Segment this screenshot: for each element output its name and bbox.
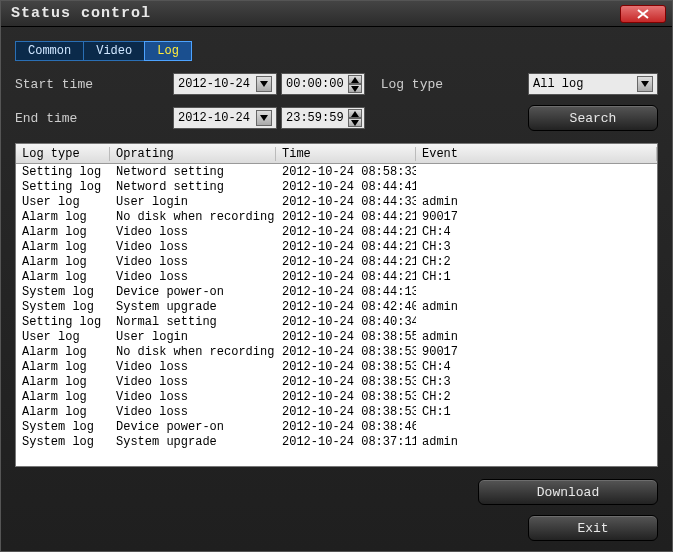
th-time[interactable]: Time	[276, 147, 416, 161]
table-row[interactable]: Setting logNetword setting2012-10-24 08:…	[16, 164, 657, 179]
table-row[interactable]: Alarm logVideo loss2012-10-24 08:44:21CH…	[16, 269, 657, 284]
spin-down-icon[interactable]	[348, 84, 362, 93]
exit-button-label: Exit	[577, 521, 608, 536]
search-button-label: Search	[570, 111, 617, 126]
cell-op: No disk when recording	[110, 210, 276, 224]
table-row[interactable]: System logSystem upgrade2012-10-24 08:37…	[16, 434, 657, 449]
cell-time: 2012-10-24 08:44:21	[276, 255, 416, 269]
th-logtype[interactable]: Log type	[16, 147, 110, 161]
cell-type: Alarm log	[16, 240, 110, 254]
cell-type: System log	[16, 285, 110, 299]
cell-op: User login	[110, 195, 276, 209]
cell-type: System log	[16, 300, 110, 314]
cell-time: 2012-10-24 08:37:11	[276, 435, 416, 449]
cell-type: System log	[16, 435, 110, 449]
th-event[interactable]: Event	[416, 147, 657, 161]
cell-time: 2012-10-24 08:38:53	[276, 345, 416, 359]
cell-time: 2012-10-24 08:44:21	[276, 210, 416, 224]
table-body[interactable]: Setting logNetword setting2012-10-24 08:…	[16, 164, 657, 466]
table-row[interactable]: System logDevice power-on2012-10-24 08:3…	[16, 419, 657, 434]
cell-type: Setting log	[16, 165, 110, 179]
search-button[interactable]: Search	[528, 105, 658, 131]
cell-type: Alarm log	[16, 210, 110, 224]
cell-event: CH:1	[416, 270, 657, 284]
start-time-controls: 2012-10-24 00:00:00	[173, 73, 365, 95]
cell-event: admin	[416, 300, 657, 314]
spin-down-icon[interactable]	[348, 118, 362, 127]
start-date-value: 2012-10-24	[178, 77, 250, 91]
start-time-spinner[interactable]: 00:00:00	[281, 73, 365, 95]
cell-op: Normal setting	[110, 315, 276, 329]
cell-event: admin	[416, 330, 657, 344]
table-row[interactable]: System logDevice power-on2012-10-24 08:4…	[16, 284, 657, 299]
cell-op: No disk when recording	[110, 345, 276, 359]
cell-type: Alarm log	[16, 390, 110, 404]
cell-event: CH:4	[416, 225, 657, 239]
logtype-dropdown[interactable]: All log	[528, 73, 658, 95]
table-row[interactable]: System logSystem upgrade2012-10-24 08:42…	[16, 299, 657, 314]
download-button[interactable]: Download	[478, 479, 658, 505]
spin-up-icon[interactable]	[348, 75, 362, 84]
cell-op: Device power-on	[110, 285, 276, 299]
end-time-value: 23:59:59	[286, 111, 344, 125]
table-row[interactable]: Alarm logVideo loss2012-10-24 08:38:53CH…	[16, 404, 657, 419]
table-row[interactable]: Alarm logVideo loss2012-10-24 08:38:53CH…	[16, 374, 657, 389]
status-control-window: Status control CommonVideoLog Start time…	[0, 0, 673, 552]
tab-common[interactable]: Common	[15, 41, 84, 61]
exit-button[interactable]: Exit	[528, 515, 658, 541]
cell-type: Alarm log	[16, 405, 110, 419]
cell-event: CH:1	[416, 405, 657, 419]
th-oprating[interactable]: Oprating	[110, 147, 276, 161]
table-row[interactable]: Alarm logVideo loss2012-10-24 08:44:21CH…	[16, 224, 657, 239]
log-table: Log type Oprating Time Event Setting log…	[15, 143, 658, 467]
cell-op: Video loss	[110, 240, 276, 254]
table-row[interactable]: Alarm logVideo loss2012-10-24 08:44:21CH…	[16, 239, 657, 254]
table-header: Log type Oprating Time Event	[16, 144, 657, 164]
filter-panel: Start time 2012-10-24 00:00:00 Log type	[15, 73, 658, 131]
cell-event: CH:2	[416, 390, 657, 404]
end-time-spinner[interactable]: 23:59:59	[281, 107, 365, 129]
table-row[interactable]: Alarm logVideo loss2012-10-24 08:38:53CH…	[16, 389, 657, 404]
cell-type: Alarm log	[16, 345, 110, 359]
table-row[interactable]: Alarm logVideo loss2012-10-24 08:44:21CH…	[16, 254, 657, 269]
start-date-dropdown[interactable]: 2012-10-24	[173, 73, 277, 95]
tab-log[interactable]: Log	[144, 41, 192, 61]
start-time-label: Start time	[15, 77, 165, 92]
cell-op: System upgrade	[110, 435, 276, 449]
cell-op: Video loss	[110, 360, 276, 374]
cell-time: 2012-10-24 08:44:13	[276, 285, 416, 299]
table-row[interactable]: Setting logNormal setting2012-10-24 08:4…	[16, 314, 657, 329]
cell-event: CH:4	[416, 360, 657, 374]
table-row[interactable]: Alarm logNo disk when recording2012-10-2…	[16, 209, 657, 224]
cell-event: admin	[416, 195, 657, 209]
cell-type: Setting log	[16, 180, 110, 194]
end-date-dropdown[interactable]: 2012-10-24	[173, 107, 277, 129]
cell-time: 2012-10-24 08:44:21	[276, 225, 416, 239]
tab-bar: CommonVideoLog	[15, 41, 658, 61]
cell-time: 2012-10-24 08:44:41	[276, 180, 416, 194]
download-button-label: Download	[537, 485, 599, 500]
table-row[interactable]: User logUser login2012-10-24 08:44:33adm…	[16, 194, 657, 209]
end-date-value: 2012-10-24	[178, 111, 250, 125]
cell-time: 2012-10-24 08:44:21	[276, 270, 416, 284]
cell-op: User login	[110, 330, 276, 344]
close-icon	[637, 9, 649, 19]
cell-op: Video loss	[110, 390, 276, 404]
table-row[interactable]: User logUser login2012-10-24 08:38:55adm…	[16, 329, 657, 344]
chevron-down-icon	[256, 76, 272, 92]
cell-time: 2012-10-24 08:38:53	[276, 405, 416, 419]
cell-type: Alarm log	[16, 375, 110, 389]
cell-type: Alarm log	[16, 225, 110, 239]
spin-up-icon[interactable]	[348, 109, 362, 118]
titlebar: Status control	[1, 1, 672, 27]
cell-type: Alarm log	[16, 270, 110, 284]
table-row[interactable]: Setting logNetword setting2012-10-24 08:…	[16, 179, 657, 194]
cell-time: 2012-10-24 08:38:53	[276, 390, 416, 404]
tab-video[interactable]: Video	[83, 41, 145, 61]
table-row[interactable]: Alarm logNo disk when recording2012-10-2…	[16, 344, 657, 359]
close-button[interactable]	[620, 5, 666, 23]
cell-op: Netword setting	[110, 180, 276, 194]
table-row[interactable]: Alarm logVideo loss2012-10-24 08:38:53CH…	[16, 359, 657, 374]
cell-time: 2012-10-24 08:38:55	[276, 330, 416, 344]
cell-time: 2012-10-24 08:40:34	[276, 315, 416, 329]
